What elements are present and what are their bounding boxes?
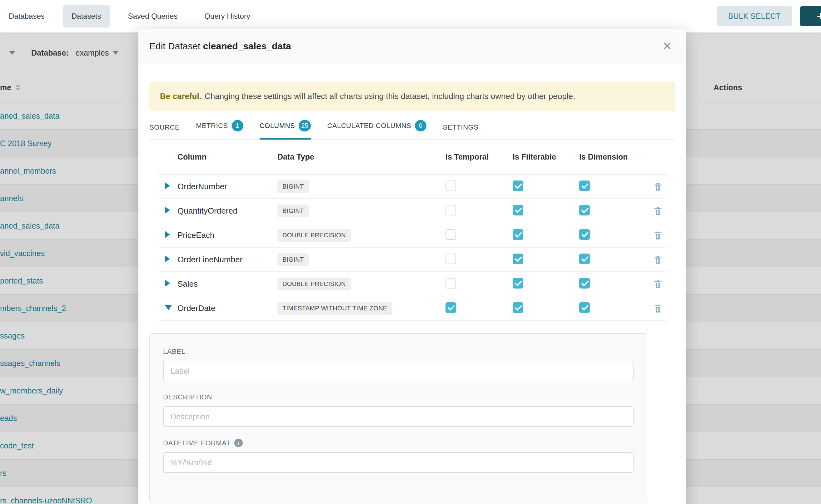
description-field: DESCRIPTION <box>163 393 634 427</box>
datetime-format-field: DATETIME FORMAT i <box>163 439 634 473</box>
data-type-pill: BIGINT <box>277 180 309 193</box>
columns-table-body: OrderNumber BIGINT QuantityOrdered BIGIN… <box>159 175 666 321</box>
modal-body: Be careful. Changing these settings will… <box>138 82 686 503</box>
column-detail-panel: LABEL DESCRIPTION DATETIME FORMAT i <box>149 333 647 503</box>
datetime-format-input[interactable] <box>163 452 634 473</box>
tab-settings[interactable]: SETTINGS <box>443 123 478 139</box>
header-data-type: Data Type <box>277 152 446 161</box>
label-field: LABEL <box>163 348 634 381</box>
header-column: Column <box>177 152 277 161</box>
delete-icon[interactable] <box>653 304 663 313</box>
expand-caret-icon[interactable] <box>165 231 170 238</box>
calculated-columns-count-badge: 0 <box>415 120 427 131</box>
nav-tab-databases[interactable]: Databases <box>0 5 53 27</box>
modal-header: Edit Dataset cleaned_sales_data ✕ <box>138 29 686 64</box>
expand-caret-icon[interactable] <box>165 207 170 214</box>
nav-tabs: Databases Datasets Saved Queries Query H… <box>0 5 259 27</box>
edit-dataset-modal: Edit Dataset cleaned_sales_data ✕ Be car… <box>138 29 686 504</box>
is-filterable-checkbox[interactable] <box>513 278 523 289</box>
is-dimension-checkbox[interactable] <box>579 229 590 240</box>
description-input[interactable] <box>163 406 634 427</box>
warning-banner: Be careful. Changing these settings will… <box>149 82 675 111</box>
tab-label: CALCULATED COLUMNS <box>327 122 411 130</box>
header-is-temporal: Is Temporal <box>446 152 513 161</box>
nav-tab-saved-queries[interactable]: Saved Queries <box>119 5 186 27</box>
is-filterable-checkbox[interactable] <box>513 205 523 215</box>
column-name: PriceEach <box>177 230 277 240</box>
tab-calculated-columns[interactable]: CALCULATED COLUMNS 0 <box>327 120 427 139</box>
modal-title-prefix: Edit Dataset <box>149 41 200 51</box>
column-row: Sales DOUBLE PRECISION <box>159 272 666 296</box>
tab-label: COLUMNS <box>260 122 295 130</box>
data-type-pill: DOUBLE PRECISION <box>277 229 351 242</box>
column-row: QuantityOrdered BIGINT <box>159 199 666 223</box>
info-icon: i <box>234 439 243 447</box>
collapse-caret-icon[interactable] <box>165 305 172 310</box>
column-row: OrderDate TIMESTAMP WITHOUT TIME ZONE <box>159 296 666 321</box>
is-dimension-checkbox[interactable] <box>579 254 590 264</box>
delete-icon[interactable] <box>653 255 663 264</box>
header-is-filterable: Is Filterable <box>513 152 579 161</box>
column-name: OrderDate <box>177 304 277 313</box>
header-is-dimension: Is Dimension <box>579 152 650 161</box>
tab-metrics[interactable]: METRICS 1 <box>196 120 243 139</box>
warning-bold: Be careful. <box>160 91 201 101</box>
is-dimension-checkbox[interactable] <box>579 302 590 313</box>
is-filterable-checkbox[interactable] <box>513 180 523 191</box>
delete-icon[interactable] <box>653 279 663 289</box>
is-filterable-checkbox[interactable] <box>513 302 523 313</box>
tab-source[interactable]: SOURCE <box>149 123 180 139</box>
is-dimension-checkbox[interactable] <box>579 278 590 289</box>
is-temporal-checkbox[interactable] <box>446 278 456 289</box>
description-field-label: DESCRIPTION <box>163 393 634 401</box>
columns-table: Column Data Type Is Temporal Is Filterab… <box>159 140 666 321</box>
nav-tab-datasets[interactable]: Datasets <box>63 5 110 27</box>
top-nav: Databases Datasets Saved Queries Query H… <box>0 0 821 32</box>
modal-dataset-name: cleaned_sales_data <box>203 41 291 51</box>
expand-caret-icon[interactable] <box>165 280 170 287</box>
delete-icon[interactable] <box>653 206 663 215</box>
tab-label: METRICS <box>196 122 228 130</box>
column-row: OrderLineNumber BIGINT <box>159 248 666 272</box>
nav-tab-query-history[interactable]: Query History <box>195 5 259 27</box>
add-dataset-button[interactable]: + <box>800 6 821 26</box>
column-row: PriceEach DOUBLE PRECISION <box>159 223 666 248</box>
nav-right: BULK SELECT + <box>717 6 821 26</box>
column-row: OrderNumber BIGINT <box>159 175 666 199</box>
is-temporal-checkbox[interactable] <box>446 229 456 240</box>
label-field-label: LABEL <box>163 348 634 356</box>
modal-title: Edit Dataset cleaned_sales_data <box>149 41 291 52</box>
is-dimension-checkbox[interactable] <box>579 180 590 191</box>
tab-label: SETTINGS <box>443 123 478 131</box>
is-filterable-checkbox[interactable] <box>513 254 523 264</box>
is-temporal-checkbox[interactable] <box>446 180 456 191</box>
delete-icon[interactable] <box>653 230 663 240</box>
column-name: QuantityOrdered <box>177 206 277 216</box>
expand-caret-icon[interactable] <box>165 182 170 189</box>
modal-tabs: SOURCE METRICS 1 COLUMNS 25 CALCULATED C… <box>149 120 675 140</box>
data-type-pill: BIGINT <box>277 253 309 266</box>
is-temporal-checkbox[interactable] <box>446 254 456 264</box>
is-filterable-checkbox[interactable] <box>513 229 523 240</box>
columns-table-header: Column Data Type Is Temporal Is Filterab… <box>159 140 666 175</box>
data-type-pill: TIMESTAMP WITHOUT TIME ZONE <box>277 302 392 315</box>
tab-label: SOURCE <box>149 123 180 131</box>
column-name: OrderNumber <box>177 182 277 191</box>
is-temporal-checkbox[interactable] <box>446 205 456 215</box>
warning-text: Changing these settings will affect all … <box>205 91 575 101</box>
columns-count-badge: 25 <box>299 120 311 131</box>
is-dimension-checkbox[interactable] <box>579 205 590 215</box>
expand-caret-icon[interactable] <box>165 255 170 262</box>
bulk-select-button[interactable]: BULK SELECT <box>717 6 792 26</box>
data-type-pill: DOUBLE PRECISION <box>277 278 351 290</box>
tab-columns[interactable]: COLUMNS 25 <box>260 120 311 139</box>
data-type-pill: BIGINT <box>277 205 309 217</box>
is-temporal-checkbox[interactable] <box>446 302 456 313</box>
datetime-format-field-label: DATETIME FORMAT i <box>163 439 634 447</box>
column-name: Sales <box>177 279 277 289</box>
label-input[interactable] <box>163 361 634 381</box>
column-name: OrderLineNumber <box>177 255 277 264</box>
close-icon[interactable]: ✕ <box>663 41 672 52</box>
metrics-count-badge: 1 <box>232 120 243 131</box>
delete-icon[interactable] <box>653 182 663 191</box>
